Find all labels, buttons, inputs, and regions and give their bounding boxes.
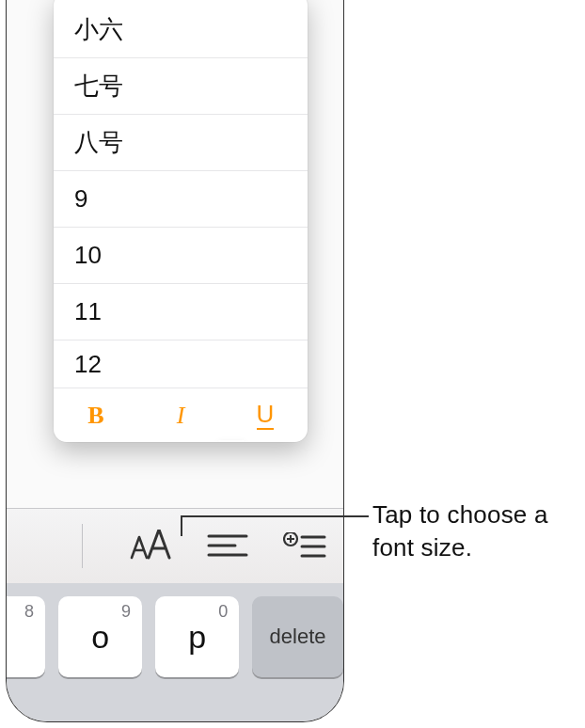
key-hint: 0 — [218, 602, 228, 622]
key-hint: 8 — [24, 602, 34, 622]
device-frame: 小六 七号 八号 9 10 11 12 B I U — [6, 0, 344, 722]
key-hint: 9 — [121, 602, 131, 622]
key-o[interactable]: 9 o — [58, 596, 142, 677]
font-size-option[interactable]: 11 — [54, 284, 308, 340]
font-icon — [128, 530, 173, 563]
keyboard: 8 9 o 0 p delete — [7, 583, 343, 721]
italic-button[interactable]: I — [138, 388, 223, 442]
divider — [82, 524, 83, 568]
key-letter: p — [188, 619, 206, 656]
font-size-list[interactable]: 小六 七号 八号 9 10 11 12 — [54, 0, 308, 388]
font-size-option[interactable]: 七号 — [54, 58, 308, 115]
font-size-option[interactable]: 八号 — [54, 115, 308, 171]
delete-key[interactable]: delete — [252, 596, 343, 677]
underline-button[interactable]: U — [223, 388, 308, 442]
list-plus-icon — [283, 532, 326, 561]
delete-label: delete — [270, 625, 326, 649]
alignment-icon — [207, 532, 248, 561]
font-size-option[interactable]: 12 — [54, 340, 308, 388]
key-i[interactable]: 8 — [6, 596, 45, 677]
font-size-option[interactable]: 小六 — [54, 2, 308, 58]
bold-button[interactable]: B — [54, 388, 138, 442]
format-toolbar — [7, 508, 343, 583]
font-size-option[interactable]: 10 — [54, 228, 308, 284]
key-letter: o — [91, 619, 109, 656]
callout-leader — [181, 515, 182, 536]
callout-text: Tap to choose a font size. — [372, 499, 579, 564]
callout-leader — [181, 515, 369, 517]
font-size-option[interactable]: 9 — [54, 171, 308, 228]
key-p[interactable]: 0 p — [155, 596, 239, 677]
list-insert-button[interactable] — [276, 523, 334, 570]
text-style-row: B I U — [54, 388, 308, 442]
alignment-button[interactable] — [198, 523, 257, 570]
font-size-button[interactable] — [121, 523, 180, 570]
popover-arrow — [218, 440, 245, 442]
font-size-popover: 小六 七号 八号 9 10 11 12 B I U — [54, 0, 308, 442]
